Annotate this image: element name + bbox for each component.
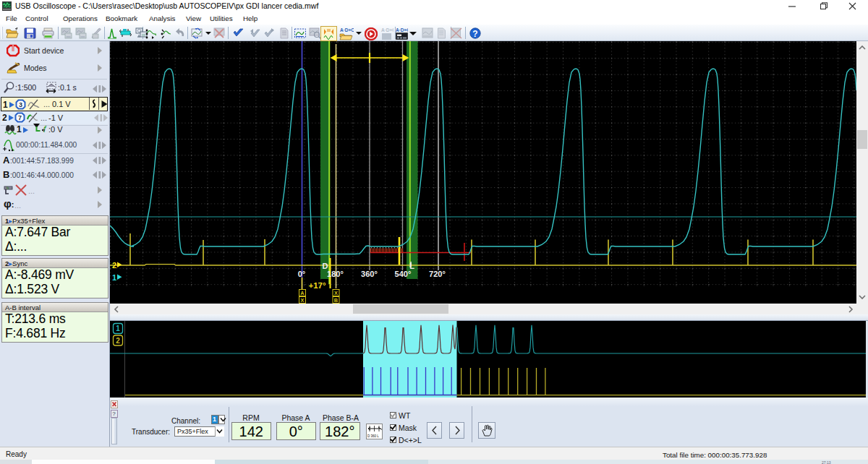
- svg-text:180°: 180°: [327, 270, 344, 278]
- svg-text:X: X: [334, 290, 338, 296]
- svg-text:B: B: [334, 297, 338, 304]
- svg-text:A·D»C: A·D»C: [396, 27, 408, 33]
- svg-text:A·D»C: A·D»C: [381, 27, 393, 33]
- svg-text:f: f: [43, 124, 47, 134]
- svg-text:D 360 L: D 360 L: [367, 434, 379, 438]
- svg-text:A: A: [300, 290, 305, 296]
- svg-text:360°: 360°: [361, 270, 378, 278]
- svg-text:1: 1: [116, 325, 120, 332]
- svg-text:?: ?: [472, 29, 477, 39]
- svg-text:D: D: [323, 262, 328, 270]
- svg-text:1: 1: [112, 273, 116, 282]
- svg-text:2: 2: [116, 337, 120, 345]
- svg-text:720°: 720°: [429, 270, 446, 278]
- svg-text:+17°: +17°: [308, 281, 326, 290]
- svg-text:3: 3: [19, 101, 22, 108]
- svg-text:0°: 0°: [298, 270, 306, 278]
- svg-text:2: 2: [112, 261, 116, 270]
- svg-text:7: 7: [18, 114, 22, 121]
- svg-text:540°: 540°: [395, 270, 412, 278]
- svg-text:L: L: [409, 262, 414, 270]
- svg-text:X: X: [301, 297, 305, 304]
- svg-text:A·D»C: A·D»C: [340, 27, 354, 33]
